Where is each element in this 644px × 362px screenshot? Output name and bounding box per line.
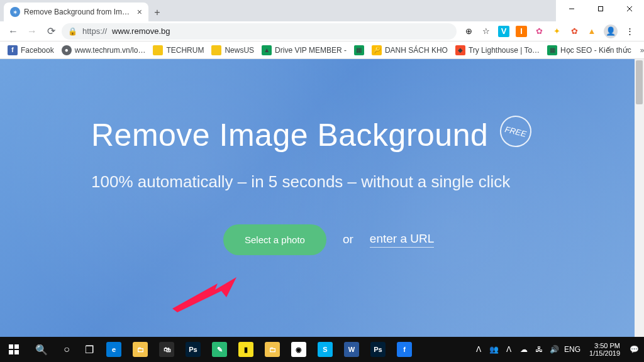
- enter-url-link[interactable]: enter a URL: [370, 232, 434, 248]
- window-controls: [557, 0, 644, 18]
- start-button[interactable]: [0, 337, 28, 362]
- taskbar-app-chrome[interactable]: ◉: [286, 337, 312, 362]
- cortana-button[interactable]: ○: [55, 337, 78, 362]
- bookmark-item[interactable]: NewsUS: [208, 41, 258, 58]
- taskbar-app-explorer[interactable]: 🗀: [127, 337, 153, 362]
- taskbar-clock[interactable]: 3:50 PM 1/15/2019: [586, 342, 624, 357]
- onedrive-icon[interactable]: ☁: [519, 344, 529, 354]
- browser-toolbar: ← → ⟳ 🔒 https://www.remove.bg ⊕ ☆ V I ✿ …: [0, 21, 644, 41]
- address-bar[interactable]: 🔒 https://www.remove.bg: [62, 23, 457, 40]
- folder-icon: [211, 45, 221, 55]
- svg-rect-1: [599, 7, 603, 11]
- zoom-icon[interactable]: ⊕: [463, 26, 474, 37]
- forward-button[interactable]: →: [24, 23, 40, 40]
- network-icon[interactable]: 🖧: [534, 344, 544, 354]
- new-tab-button[interactable]: +: [148, 4, 166, 21]
- taskbar-app-pycharm[interactable]: ▮: [233, 337, 259, 362]
- bookmark-item[interactable]: ▦Học SEO - Kiến thức: [543, 41, 635, 58]
- tray-chevron-icon[interactable]: ᐱ: [504, 344, 514, 354]
- facebook-icon: f: [8, 45, 18, 55]
- bookmark-item[interactable]: ▦: [350, 41, 368, 58]
- folder-icon: [153, 45, 163, 55]
- page-subheadline: 100% automatically – in 5 seconds – with…: [91, 172, 606, 192]
- bookmark-item[interactable]: ▲Drive VIP MEMBER -: [258, 41, 350, 58]
- drive-icon: ▲: [262, 45, 272, 55]
- language-indicator[interactable]: ENG: [564, 344, 580, 354]
- bookmark-item[interactable]: TECHRUM: [149, 41, 208, 58]
- taskbar-app-fb[interactable]: f: [391, 337, 418, 362]
- sheets-icon: ▦: [547, 45, 557, 55]
- svg-rect-6: [14, 344, 19, 349]
- svg-rect-8: [14, 350, 19, 354]
- ext-icon-5[interactable]: ✿: [569, 26, 580, 37]
- window-minimize-button[interactable]: [557, 0, 586, 18]
- browser-tabstrip: ✶ Remove Background from Image × +: [0, 0, 556, 21]
- task-view-button[interactable]: ❐: [78, 337, 101, 362]
- lighthouse-icon: ◆: [455, 45, 465, 55]
- key-icon: 🔑: [372, 45, 382, 55]
- bookmark-item[interactable]: ◆Try Lighthouse | To…: [452, 41, 543, 58]
- bookmark-item[interactable]: ●www.techrum.vn/lo…: [58, 41, 150, 58]
- or-text: or: [343, 233, 353, 246]
- select-photo-button[interactable]: Select a photo: [223, 224, 326, 255]
- search-button[interactable]: 🔍: [28, 337, 55, 362]
- taskbar-app-word[interactable]: W: [338, 337, 365, 362]
- reload-button[interactable]: ⟳: [43, 23, 59, 40]
- globe-icon: ●: [62, 45, 72, 55]
- page-content: Remove Image Background FREE 100% automa…: [0, 59, 644, 337]
- menu-icon[interactable]: ⋮: [624, 26, 635, 37]
- volume-icon[interactable]: 🔊: [549, 344, 559, 354]
- ext-icon-4[interactable]: ✦: [551, 26, 562, 37]
- free-badge: FREE: [496, 112, 535, 151]
- system-tray: ᐱ 👥 ᐱ ☁ 🖧 🔊 ENG 3:50 PM 1/15/2019 💬: [469, 337, 644, 362]
- taskbar-app-skype[interactable]: S: [312, 337, 338, 362]
- tab-favicon-icon: ✶: [10, 7, 20, 17]
- taskbar-app-folder[interactable]: 🗀: [259, 337, 286, 362]
- svg-rect-7: [9, 350, 13, 354]
- window-close-button[interactable]: [615, 0, 644, 18]
- window-maximize-button[interactable]: [586, 0, 615, 18]
- taskbar-app-ps[interactable]: Ps: [180, 337, 206, 362]
- profile-avatar[interactable]: 👤: [604, 25, 618, 38]
- sheets-icon: ▦: [354, 45, 364, 55]
- action-center-icon[interactable]: 💬: [629, 344, 639, 354]
- url-scheme: https://: [82, 26, 107, 36]
- tab-close-icon[interactable]: ×: [137, 7, 142, 17]
- svg-marker-4: [172, 277, 236, 312]
- ext-icon-2[interactable]: I: [516, 26, 527, 37]
- taskbar-app-ps2[interactable]: Ps: [365, 337, 391, 362]
- bookmark-item[interactable]: 🔑DANH SÁCH KHO: [368, 41, 452, 58]
- ext-icon-3[interactable]: ✿: [533, 26, 545, 37]
- ext-icon-6[interactable]: ▲: [586, 26, 597, 37]
- people-icon[interactable]: 👥: [489, 344, 499, 354]
- back-button[interactable]: ←: [5, 23, 21, 40]
- tray-chevron-icon[interactable]: ᐱ: [474, 344, 484, 354]
- taskbar-app-notepad[interactable]: ✎: [206, 337, 233, 362]
- page-headline: Remove Image Background: [91, 117, 488, 153]
- svg-rect-5: [9, 344, 13, 349]
- annotation-arrow-icon: [169, 276, 238, 314]
- bookmark-item[interactable]: fFacebook: [4, 41, 58, 58]
- bookmarks-bar: fFacebook ●www.techrum.vn/lo… TECHRUM Ne…: [0, 41, 644, 59]
- url-host: www.remove.bg: [112, 26, 170, 36]
- taskbar-app-edge[interactable]: e: [101, 337, 127, 362]
- browser-tab-active[interactable]: ✶ Remove Background from Image ×: [4, 3, 148, 21]
- taskbar-app-store[interactable]: 🛍: [153, 337, 180, 362]
- toolbar-icons: ⊕ ☆ V I ✿ ✦ ✿ ▲ 👤 ⋮: [459, 25, 639, 38]
- ext-icon-1[interactable]: V: [498, 26, 509, 37]
- star-icon[interactable]: ☆: [480, 26, 492, 37]
- bookmarks-overflow[interactable]: »: [635, 46, 644, 55]
- windows-taskbar: 🔍 ○ ❐ e 🗀 🛍 Ps ✎ ▮ 🗀 ◉ S W Ps f ᐱ 👥 ᐱ ☁ …: [0, 337, 644, 362]
- lock-icon: 🔒: [68, 27, 77, 36]
- tab-title: Remove Background from Image: [24, 8, 133, 16]
